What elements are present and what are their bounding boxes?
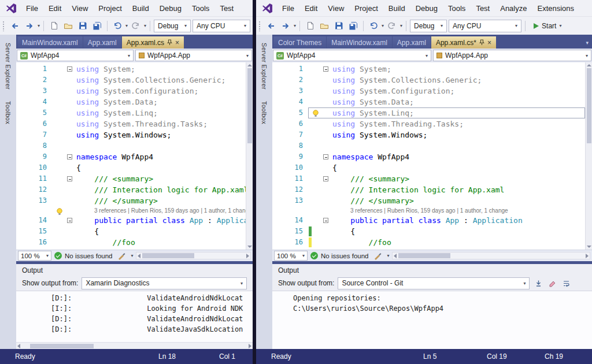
clear-all-output-icon[interactable]	[547, 278, 557, 288]
scrollbar-thumb[interactable]	[587, 68, 591, 143]
menu-edit[interactable]: Edit	[299, 2, 323, 15]
undo-dropdown-caret[interactable]: ▾	[125, 23, 128, 28]
code-cleanup-icon[interactable]	[115, 250, 128, 262]
scroll-up-icon[interactable]	[247, 64, 252, 66]
menu-view[interactable]: View	[323, 2, 349, 15]
solution-platforms-dropdown[interactable]: Any CPU▾	[449, 20, 521, 32]
menu-view[interactable]: View	[66, 2, 93, 15]
scroll-right-icon[interactable]	[586, 254, 589, 258]
open-file-icon[interactable]	[62, 20, 75, 32]
save-all-icon[interactable]	[347, 20, 360, 32]
pin-icon[interactable]	[479, 39, 484, 46]
collapse-icon[interactable]	[323, 154, 328, 159]
scrollbar-thumb[interactable]	[142, 253, 194, 258]
undo-icon[interactable]	[111, 20, 124, 32]
pin-icon[interactable]	[167, 39, 172, 46]
menu-project[interactable]: Project	[349, 2, 383, 15]
editor-vertical-scrollbar[interactable]	[585, 62, 592, 250]
output-log[interactable]: Opening repositories:C:\Users\rurios\Sou…	[272, 291, 592, 349]
menu-analyze[interactable]: Analyze	[495, 2, 532, 15]
tab-app-xaml[interactable]: App.xaml	[83, 36, 121, 49]
close-icon[interactable]: ×	[175, 39, 179, 46]
goto-end-icon[interactable]	[533, 278, 543, 288]
code-cleanup-caret[interactable]: ▾	[387, 253, 389, 258]
zoom-dropdown[interactable]: 100 %▾	[18, 251, 51, 261]
outlining-margin[interactable]	[67, 215, 76, 226]
menu-test[interactable]: Test	[471, 2, 495, 15]
output-horizontal-scrollbar[interactable]	[16, 342, 253, 349]
menu-file[interactable]: File	[277, 2, 299, 15]
scroll-down-icon[interactable]	[587, 246, 591, 248]
solution-platforms-dropdown[interactable]: Any CPU▾	[193, 20, 250, 32]
save-icon[interactable]	[332, 20, 345, 32]
menu-tools[interactable]: Tools	[443, 2, 471, 15]
code-editor[interactable]: 1using System;2using System.Collections.…	[16, 62, 253, 250]
tab-mainwindow-xaml[interactable]: MainWindow.xaml	[17, 36, 83, 49]
tab-mainwindow-xaml[interactable]: MainWindow.xaml	[327, 36, 392, 49]
outlining-margin[interactable]	[323, 173, 332, 184]
navigate-forward-icon[interactable]	[23, 20, 36, 32]
menu-test[interactable]: Test	[214, 2, 239, 15]
menu-extensions[interactable]: Extensions	[532, 2, 579, 15]
scroll-right-icon[interactable]	[246, 254, 249, 258]
redo-icon[interactable]	[130, 20, 142, 32]
collapse-icon[interactable]	[67, 218, 72, 223]
scrollbar-thumb[interactable]	[247, 68, 252, 143]
collapse-icon[interactable]	[323, 218, 328, 223]
collapse-icon[interactable]	[323, 176, 328, 181]
scroll-down-icon[interactable]	[247, 246, 252, 248]
outlining-margin[interactable]	[67, 173, 76, 184]
tab-color-themes[interactable]: Color Themes	[273, 36, 326, 49]
navigation-dropdown-caret[interactable]: ▾	[294, 23, 296, 28]
code-editor[interactable]: 1using System;2using System.Collections.…	[272, 62, 592, 250]
redo-dropdown-caret[interactable]: ▾	[400, 23, 402, 28]
editor-vertical-scrollbar[interactable]	[246, 62, 253, 250]
outlining-margin[interactable]	[67, 151, 76, 162]
code-cleanup-caret[interactable]: ▾	[131, 253, 133, 258]
outlining-margin[interactable]	[67, 64, 76, 75]
outlining-margin[interactable]	[323, 64, 332, 75]
editor-horizontal-scrollbar[interactable]	[136, 252, 251, 259]
navigate-backward-icon[interactable]	[9, 20, 21, 32]
outlining-margin[interactable]	[323, 215, 332, 226]
undo-dropdown-caret[interactable]: ▾	[382, 23, 384, 28]
new-file-icon[interactable]	[47, 20, 60, 32]
navigation-dropdown-caret[interactable]: ▾	[38, 23, 40, 28]
output-log[interactable]: [D:]: ValidateAndroidNdkLocat[I:]: Looki…	[16, 291, 253, 342]
redo-icon[interactable]	[386, 20, 398, 32]
scroll-right-icon[interactable]	[249, 344, 251, 348]
menu-debug[interactable]: Debug	[154, 2, 187, 15]
zoom-dropdown[interactable]: 100 %▾	[274, 251, 308, 261]
editor-horizontal-scrollbar[interactable]	[392, 252, 590, 259]
project-dropdown[interactable]: C# WpfApp4 ▾	[273, 50, 431, 61]
code-area[interactable]: 1using System;2using System.Collections.…	[272, 62, 585, 250]
menu-build[interactable]: Build	[383, 2, 410, 15]
toolbar-grip[interactable]	[258, 21, 261, 31]
save-all-icon[interactable]	[91, 20, 103, 32]
type-dropdown[interactable]: WpfApp4.App ▾	[135, 50, 252, 61]
output-source-dropdown[interactable]: Xamarin Diagnostics▾	[82, 277, 247, 289]
output-source-dropdown[interactable]: Source Control - Git▾	[338, 277, 530, 289]
scrollbar-thumb[interactable]	[30, 344, 94, 348]
new-file-icon[interactable]	[304, 20, 316, 32]
collapse-icon[interactable]	[67, 66, 72, 72]
tab-app-xaml-cs[interactable]: App.xaml.cs×	[122, 36, 184, 49]
close-icon[interactable]: ×	[487, 39, 491, 46]
scroll-left-icon[interactable]	[17, 344, 20, 348]
open-file-icon[interactable]	[318, 20, 331, 32]
scroll-up-icon[interactable]	[587, 64, 591, 66]
type-dropdown[interactable]: WpfApp4.App ▾	[433, 50, 591, 61]
undo-icon[interactable]	[367, 20, 380, 32]
scroll-left-icon[interactable]	[394, 254, 397, 258]
health-check-icon[interactable]	[54, 252, 62, 259]
word-wrap-icon[interactable]	[561, 278, 571, 288]
start-debugging-button[interactable]: Start ▾	[529, 19, 566, 33]
save-icon[interactable]	[76, 20, 89, 32]
navigate-backward-icon[interactable]	[265, 20, 278, 32]
tab-list-chevron-icon[interactable]: ▾	[582, 40, 592, 46]
health-check-icon[interactable]	[310, 252, 318, 259]
menu-build[interactable]: Build	[127, 2, 154, 15]
redo-dropdown-caret[interactable]: ▾	[144, 23, 146, 28]
server-explorer-tab[interactable]: Server Explorer	[5, 43, 12, 90]
collapse-icon[interactable]	[67, 154, 72, 159]
